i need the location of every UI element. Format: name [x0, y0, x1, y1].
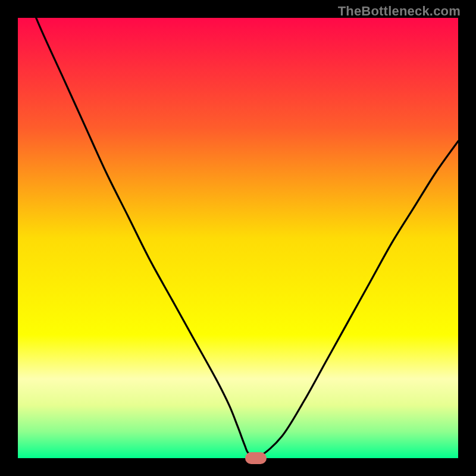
bottleneck-chart-svg: [18, 18, 458, 458]
optimal-point-marker: [245, 452, 267, 464]
watermark-text: TheBottleneck.com: [338, 4, 461, 19]
chart-background: [18, 18, 458, 458]
chart-plot-area: [18, 18, 458, 458]
